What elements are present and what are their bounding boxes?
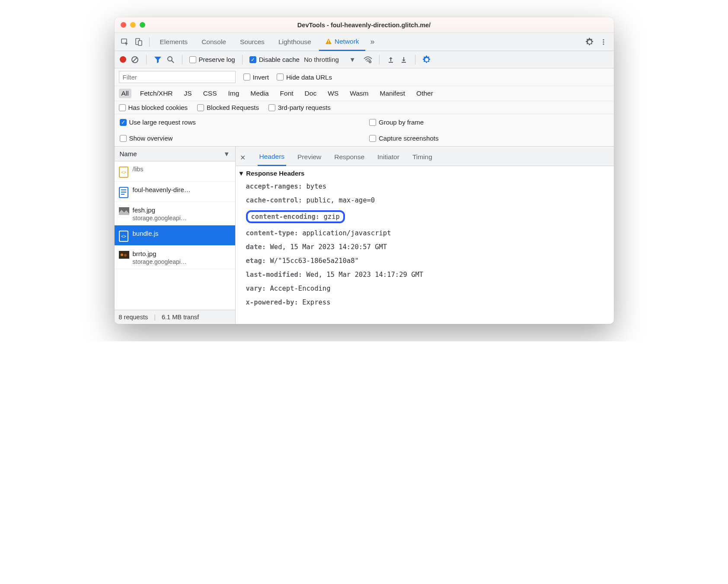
tab-elements[interactable]: Elements [154, 34, 194, 50]
checkbox-checked-icon: ✓ [120, 119, 127, 126]
checkbox-checked-icon: ✓ [249, 56, 256, 63]
blocked-cookies-label: Has blocked cookies [128, 104, 188, 111]
header-row: accept-ranges: bytes [246, 180, 614, 193]
throttling-select[interactable]: No throttling ▼ [304, 56, 359, 63]
header-row: last-modified: Wed, 15 Mar 2023 14:17:29… [246, 268, 614, 282]
record-button[interactable] [120, 56, 126, 63]
close-window-button[interactable] [121, 22, 126, 28]
group-by-frame-checkbox[interactable]: Group by frame [364, 114, 614, 130]
third-party-checkbox[interactable]: 3rd-party requests [268, 104, 331, 111]
type-filter-ws[interactable]: WS [325, 89, 341, 98]
tab-lighthouse[interactable]: Lighthouse [272, 34, 317, 50]
blocked-requests-checkbox[interactable]: Blocked Requests [197, 104, 259, 111]
svg-rect-3 [328, 40, 329, 42]
invert-checkbox[interactable]: Invert [243, 74, 269, 81]
tab-timing[interactable]: Timing [411, 151, 434, 165]
invert-label: Invert [253, 74, 269, 81]
header-key: content-type: [246, 229, 298, 237]
search-icon[interactable] [166, 55, 175, 64]
resource-type-filters: AllFetch/XHRJSCSSImgMediaFontDocWSWasmMa… [115, 86, 614, 101]
disable-cache-checkbox[interactable]: ✓ Disable cache [249, 56, 300, 63]
tab-headers[interactable]: Headers [258, 150, 287, 166]
header-value: bytes [307, 183, 327, 190]
type-filter-wasm[interactable]: Wasm [347, 89, 371, 98]
tab-network[interactable]: Network [319, 33, 365, 51]
type-filter-doc[interactable]: Doc [302, 89, 319, 98]
download-har-icon[interactable] [399, 55, 408, 64]
response-headers-section[interactable]: ▼ Response Headers [236, 166, 614, 180]
hide-data-urls-checkbox[interactable]: Hide data URLs [277, 74, 332, 81]
header-value: Wed, 15 Mar 2023 14:20:57 GMT [270, 243, 387, 251]
type-filter-media[interactable]: Media [248, 89, 271, 98]
detail-tabs: ✕ Headers Preview Response Initiator Tim… [236, 147, 614, 166]
request-row[interactable]: fesh.jpgstorage.googleapi… [115, 202, 235, 225]
preserve-log-checkbox[interactable]: Preserve log [189, 56, 235, 63]
network-conditions-icon[interactable] [364, 55, 372, 64]
request-row[interactable]: brrto.jpgstorage.googleapi… [115, 246, 235, 269]
settings-gear-icon[interactable] [584, 36, 596, 48]
window-title: DevTools - foul-heavenly-direction.glitc… [115, 22, 614, 29]
checkbox-icon [277, 74, 284, 80]
warning-icon [325, 38, 332, 45]
request-row[interactable]: <>/libs [115, 161, 235, 182]
more-tabs-icon[interactable]: » [367, 37, 378, 46]
header-row: cache-control: public, max-age=0 [246, 193, 614, 207]
header-key: last-modified: [246, 271, 303, 279]
tab-sources[interactable]: Sources [234, 34, 271, 50]
clear-icon[interactable] [131, 55, 139, 64]
file-type-icon [119, 251, 128, 262]
type-filter-img[interactable]: Img [226, 89, 242, 98]
tab-initiator[interactable]: Initiator [376, 151, 401, 165]
type-filter-js[interactable]: JS [182, 89, 195, 98]
capture-screenshots-checkbox[interactable]: Capture screenshots [364, 130, 614, 146]
type-filter-other[interactable]: Other [414, 89, 436, 98]
svg-text:<>: <> [121, 234, 126, 239]
show-overview-checkbox[interactable]: Show overview [115, 130, 364, 146]
inspect-element-icon[interactable] [119, 36, 131, 48]
blocked-cookies-checkbox[interactable]: Has blocked cookies [119, 104, 188, 111]
requests-pane: Name ▼ <>/libsfoul-heavenly-dire…fesh.jp… [115, 147, 236, 324]
tab-preview[interactable]: Preview [296, 151, 323, 165]
tab-network-label: Network [335, 38, 359, 45]
netbar-divider-1 [146, 55, 147, 64]
netbar-divider-5 [415, 55, 415, 64]
svg-point-6 [603, 41, 604, 42]
header-row: vary: Accept-Encoding [246, 282, 614, 295]
filter-input[interactable] [119, 71, 236, 83]
large-rows-checkbox[interactable]: ✓ Use large request rows [115, 114, 364, 130]
detail-pane: ✕ Headers Preview Response Initiator Tim… [236, 147, 614, 324]
request-row[interactable]: <>bundle.js [115, 225, 235, 246]
network-settings-icon[interactable] [422, 55, 431, 64]
zoom-window-button[interactable] [140, 22, 145, 28]
minimize-window-button[interactable] [130, 22, 136, 28]
disclosure-triangle-icon: ▼ [238, 170, 245, 177]
close-detail-icon[interactable]: ✕ [240, 154, 248, 162]
type-filter-font[interactable]: Font [278, 89, 296, 98]
upload-har-icon[interactable] [386, 55, 395, 64]
request-row[interactable]: foul-heavenly-dire… [115, 182, 235, 202]
device-toggle-icon[interactable] [133, 36, 145, 48]
kebab-menu-icon[interactable] [597, 36, 610, 48]
requests-header[interactable]: Name ▼ [115, 147, 235, 161]
network-toolbar: Preserve log ✓ Disable cache No throttli… [115, 51, 614, 68]
header-key: etag: [246, 257, 266, 265]
tab-response[interactable]: Response [332, 151, 366, 165]
header-value: Accept-Encoding [270, 285, 331, 292]
type-filter-all[interactable]: All [119, 89, 131, 98]
svg-point-5 [603, 39, 604, 40]
panel-tabs-toolbar: Elements Console Sources Lighthouse Netw… [115, 33, 614, 51]
checkbox-icon [369, 135, 376, 142]
status-requests: 8 requests [119, 314, 148, 321]
checkbox-icon [189, 56, 196, 63]
titlebar: DevTools - foul-heavenly-direction.glitc… [115, 17, 614, 33]
tab-console[interactable]: Console [195, 34, 232, 50]
type-filter-manifest[interactable]: Manifest [377, 89, 408, 98]
type-filter-css[interactable]: CSS [201, 89, 220, 98]
hide-data-urls-label: Hide data URLs [286, 74, 332, 81]
highlighted-header: content-encoding: gzip [246, 210, 345, 223]
svg-point-7 [603, 43, 604, 45]
filter-icon[interactable] [153, 55, 162, 64]
header-row: content-type: application/javascript [246, 226, 614, 240]
type-filter-fetchxhr[interactable]: Fetch/XHR [137, 89, 176, 98]
status-divider: | [154, 314, 156, 321]
